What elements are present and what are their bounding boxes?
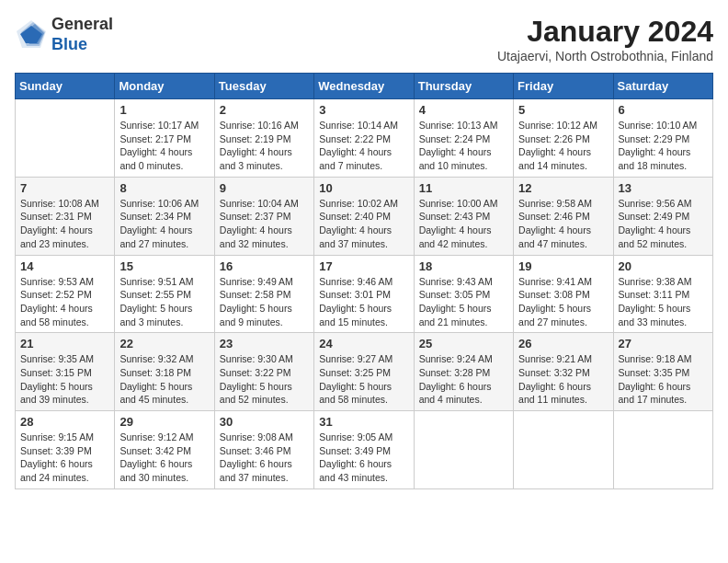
calendar-cell: 24Sunrise: 9:27 AMSunset: 3:25 PMDayligh… bbox=[314, 333, 414, 411]
day-number: 13 bbox=[619, 181, 708, 195]
calendar-cell: 5Sunrise: 10:12 AMSunset: 2:26 PMDayligh… bbox=[514, 99, 613, 178]
day-number: 2 bbox=[220, 103, 309, 117]
day-number: 1 bbox=[119, 103, 209, 117]
calendar-cell bbox=[613, 411, 712, 489]
calendar-cell: 9Sunrise: 10:04 AMSunset: 2:37 PMDayligh… bbox=[214, 177, 313, 255]
day-info: Sunrise: 10:12 AMSunset: 2:26 PMDaylight… bbox=[518, 119, 608, 173]
day-number: 25 bbox=[419, 337, 508, 350]
day-info: Sunrise: 9:30 AMSunset: 3:22 PMDaylight:… bbox=[220, 352, 309, 407]
logo: General Blue bbox=[15, 15, 113, 54]
day-number: 14 bbox=[20, 259, 109, 273]
calendar-cell: 19Sunrise: 9:41 AMSunset: 3:08 PMDayligh… bbox=[514, 255, 613, 333]
day-info: Sunrise: 10:06 AMSunset: 2:34 PMDaylight… bbox=[119, 197, 209, 251]
weekday-header-row: SundayMondayTuesdayWednesdayThursdayFrid… bbox=[16, 74, 713, 99]
calendar-cell: 30Sunrise: 9:08 AMSunset: 3:46 PMDayligh… bbox=[214, 411, 313, 489]
day-number: 23 bbox=[220, 337, 309, 350]
weekday-header-saturday: Saturday bbox=[613, 74, 712, 99]
day-number: 4 bbox=[419, 103, 508, 117]
day-info: Sunrise: 10:16 AMSunset: 2:19 PMDaylight… bbox=[220, 119, 309, 173]
calendar-cell: 28Sunrise: 9:15 AMSunset: 3:39 PMDayligh… bbox=[16, 411, 115, 489]
calendar-cell: 18Sunrise: 9:43 AMSunset: 3:05 PMDayligh… bbox=[414, 255, 513, 333]
day-info: Sunrise: 9:05 AMSunset: 3:49 PMDaylight:… bbox=[319, 431, 408, 485]
day-info: Sunrise: 9:21 AMSunset: 3:32 PMDaylight:… bbox=[518, 352, 608, 407]
calendar-cell: 8Sunrise: 10:06 AMSunset: 2:34 PMDayligh… bbox=[115, 177, 214, 255]
day-number: 30 bbox=[220, 415, 309, 429]
day-info: Sunrise: 10:00 AMSunset: 2:43 PMDaylight… bbox=[419, 197, 508, 251]
day-number: 27 bbox=[619, 337, 708, 350]
day-number: 12 bbox=[518, 181, 608, 195]
day-info: Sunrise: 9:27 AMSunset: 3:25 PMDaylight:… bbox=[319, 352, 408, 407]
calendar-cell: 10Sunrise: 10:02 AMSunset: 2:40 PMDaylig… bbox=[314, 177, 414, 255]
calendar-cell: 31Sunrise: 9:05 AMSunset: 3:49 PMDayligh… bbox=[314, 411, 414, 489]
day-number: 9 bbox=[220, 181, 309, 195]
day-info: Sunrise: 10:10 AMSunset: 2:29 PMDaylight… bbox=[619, 119, 708, 173]
calendar-cell: 14Sunrise: 9:53 AMSunset: 2:52 PMDayligh… bbox=[16, 255, 115, 333]
day-number: 29 bbox=[119, 415, 209, 429]
page-header: General Blue January 2024 Utajaervi, Nor… bbox=[15, 15, 713, 63]
day-number: 20 bbox=[619, 259, 708, 273]
day-info: Sunrise: 9:15 AMSunset: 3:39 PMDaylight:… bbox=[20, 431, 109, 485]
day-info: Sunrise: 9:35 AMSunset: 3:15 PMDaylight:… bbox=[20, 352, 109, 407]
day-number: 5 bbox=[518, 103, 608, 117]
month-year-title: January 2024 bbox=[497, 15, 713, 49]
calendar-week-2: 7Sunrise: 10:08 AMSunset: 2:31 PMDayligh… bbox=[16, 177, 713, 255]
day-info: Sunrise: 9:32 AMSunset: 3:18 PMDaylight:… bbox=[119, 352, 209, 407]
calendar-cell: 4Sunrise: 10:13 AMSunset: 2:24 PMDayligh… bbox=[414, 99, 513, 178]
title-block: January 2024 Utajaervi, North Ostrobothn… bbox=[497, 15, 713, 63]
day-number: 10 bbox=[319, 181, 408, 195]
day-info: Sunrise: 9:58 AMSunset: 2:46 PMDaylight:… bbox=[518, 197, 608, 251]
day-info: Sunrise: 9:46 AMSunset: 3:01 PMDaylight:… bbox=[319, 275, 408, 329]
calendar-week-3: 14Sunrise: 9:53 AMSunset: 2:52 PMDayligh… bbox=[16, 255, 713, 333]
logo-blue: Blue bbox=[51, 35, 87, 53]
day-number: 3 bbox=[319, 103, 408, 117]
calendar-cell: 26Sunrise: 9:21 AMSunset: 3:32 PMDayligh… bbox=[514, 333, 613, 411]
weekday-header-monday: Monday bbox=[115, 74, 214, 99]
day-number: 24 bbox=[319, 337, 408, 350]
location-subtitle: Utajaervi, North Ostrobothnia, Finland bbox=[497, 49, 713, 63]
calendar-cell: 11Sunrise: 10:00 AMSunset: 2:43 PMDaylig… bbox=[414, 177, 513, 255]
calendar-week-1: 1Sunrise: 10:17 AMSunset: 2:17 PMDayligh… bbox=[16, 99, 713, 178]
calendar-cell: 29Sunrise: 9:12 AMSunset: 3:42 PMDayligh… bbox=[115, 411, 214, 489]
day-info: Sunrise: 9:53 AMSunset: 2:52 PMDaylight:… bbox=[20, 275, 109, 329]
calendar-cell: 3Sunrise: 10:14 AMSunset: 2:22 PMDayligh… bbox=[314, 99, 414, 178]
day-number: 22 bbox=[119, 337, 209, 350]
day-number: 6 bbox=[619, 103, 708, 117]
day-info: Sunrise: 10:02 AMSunset: 2:40 PMDaylight… bbox=[319, 197, 408, 251]
calendar-cell: 16Sunrise: 9:49 AMSunset: 2:58 PMDayligh… bbox=[214, 255, 313, 333]
day-number: 7 bbox=[20, 181, 109, 195]
day-number: 18 bbox=[419, 259, 508, 273]
calendar-cell bbox=[414, 411, 513, 489]
calendar-week-4: 21Sunrise: 9:35 AMSunset: 3:15 PMDayligh… bbox=[16, 333, 713, 411]
weekday-header-wednesday: Wednesday bbox=[314, 74, 414, 99]
day-info: Sunrise: 10:14 AMSunset: 2:22 PMDaylight… bbox=[319, 119, 408, 173]
calendar-body: 1Sunrise: 10:17 AMSunset: 2:17 PMDayligh… bbox=[16, 99, 713, 489]
day-info: Sunrise: 10:17 AMSunset: 2:17 PMDaylight… bbox=[119, 119, 209, 173]
day-info: Sunrise: 9:51 AMSunset: 2:55 PMDaylight:… bbox=[119, 275, 209, 329]
day-info: Sunrise: 10:13 AMSunset: 2:24 PMDaylight… bbox=[419, 119, 508, 173]
calendar-cell: 13Sunrise: 9:56 AMSunset: 2:49 PMDayligh… bbox=[613, 177, 712, 255]
calendar-table: SundayMondayTuesdayWednesdayThursdayFrid… bbox=[15, 73, 713, 489]
calendar-cell: 7Sunrise: 10:08 AMSunset: 2:31 PMDayligh… bbox=[16, 177, 115, 255]
calendar-cell bbox=[514, 411, 613, 489]
logo-text: General Blue bbox=[51, 15, 113, 54]
calendar-cell: 15Sunrise: 9:51 AMSunset: 2:55 PMDayligh… bbox=[115, 255, 214, 333]
day-number: 28 bbox=[20, 415, 109, 429]
day-info: Sunrise: 10:08 AMSunset: 2:31 PMDaylight… bbox=[20, 197, 109, 251]
weekday-header-friday: Friday bbox=[514, 74, 613, 99]
logo-icon bbox=[15, 18, 48, 52]
day-info: Sunrise: 9:12 AMSunset: 3:42 PMDaylight:… bbox=[119, 431, 209, 485]
calendar-cell: 23Sunrise: 9:30 AMSunset: 3:22 PMDayligh… bbox=[214, 333, 313, 411]
day-number: 31 bbox=[319, 415, 408, 429]
day-number: 16 bbox=[220, 259, 309, 273]
calendar-cell: 12Sunrise: 9:58 AMSunset: 2:46 PMDayligh… bbox=[514, 177, 613, 255]
calendar-cell: 27Sunrise: 9:18 AMSunset: 3:35 PMDayligh… bbox=[613, 333, 712, 411]
day-number: 19 bbox=[518, 259, 608, 273]
calendar-cell: 6Sunrise: 10:10 AMSunset: 2:29 PMDayligh… bbox=[613, 99, 712, 178]
day-number: 15 bbox=[119, 259, 209, 273]
calendar-cell: 22Sunrise: 9:32 AMSunset: 3:18 PMDayligh… bbox=[115, 333, 214, 411]
calendar-cell: 17Sunrise: 9:46 AMSunset: 3:01 PMDayligh… bbox=[314, 255, 414, 333]
weekday-header-thursday: Thursday bbox=[414, 74, 513, 99]
day-info: Sunrise: 9:18 AMSunset: 3:35 PMDaylight:… bbox=[619, 352, 708, 407]
calendar-cell: 25Sunrise: 9:24 AMSunset: 3:28 PMDayligh… bbox=[414, 333, 513, 411]
day-info: Sunrise: 9:24 AMSunset: 3:28 PMDaylight:… bbox=[419, 352, 508, 407]
